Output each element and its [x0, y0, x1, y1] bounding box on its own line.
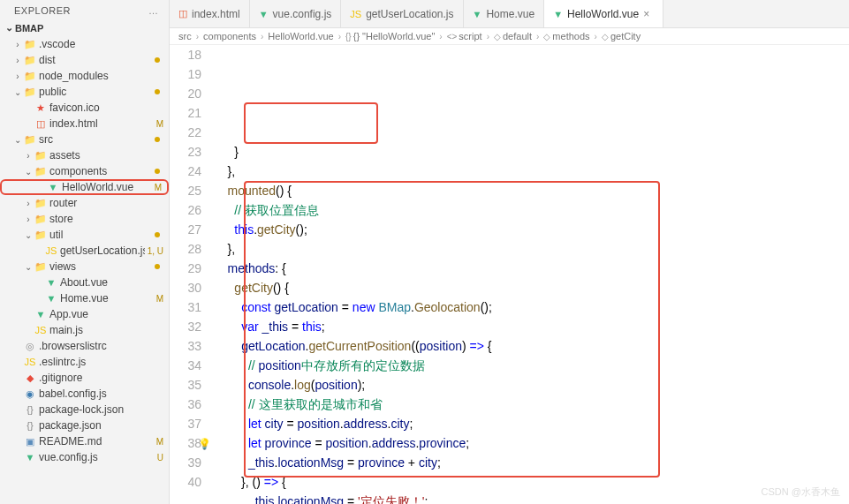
tree-item--browserslistrc[interactable]: ◎.browserslistrc: [0, 338, 169, 354]
breadcrumb[interactable]: src›components›HelloWorld.vue›{}{} "Hell…: [170, 28, 849, 45]
tree-item-store[interactable]: ›📁store: [0, 211, 169, 227]
tree-item-label: dist: [39, 54, 155, 66]
tree-item-public[interactable]: ⌄📁public: [0, 84, 169, 100]
code-line[interactable]: var _this = this;: [214, 317, 849, 336]
code-line[interactable]: methods: {: [214, 259, 849, 278]
breadcrumb-seg[interactable]: ◇methods: [543, 31, 589, 41]
tree-item-label: main.js: [49, 324, 163, 336]
tree-item-label: .vscode: [39, 38, 163, 50]
tree-item-router[interactable]: ›📁router: [0, 195, 169, 211]
tree-item--gitignore[interactable]: ◆.gitignore: [0, 370, 169, 386]
breadcrumb-icon: ◇: [602, 32, 609, 41]
folder-icon: 📁: [34, 229, 48, 241]
chevron-icon: ⌄: [12, 87, 23, 97]
tree-item-assets[interactable]: ›📁assets: [0, 147, 169, 163]
modified-dot: [155, 57, 160, 63]
code-line[interactable]: // 这里获取的是城市和省: [214, 395, 849, 414]
code-line[interactable]: const getLocation = new BMap.Geolocation…: [214, 297, 849, 317]
tree-item-dist[interactable]: ›📁dist: [0, 52, 169, 68]
breadcrumb-seg[interactable]: {}{} "HelloWorld.vue": [345, 31, 435, 41]
code-line[interactable]: // position中存放所有的定位数据: [214, 356, 849, 375]
code-line[interactable]: let city = position.address.city;: [214, 414, 849, 433]
tree-item-src[interactable]: ⌄📁src: [0, 132, 169, 147]
modified-dot: [155, 89, 160, 94]
tab-home-vue[interactable]: ▼Home.vue: [464, 0, 545, 27]
html-icon: ◫: [178, 8, 187, 19]
tree-item-home-vue[interactable]: ▼Home.vueM: [0, 290, 169, 306]
json-icon: {}: [23, 420, 37, 431]
folder-icon: 📁: [34, 214, 48, 225]
tree-item-node-modules[interactable]: ›📁node_modules: [0, 68, 169, 84]
tree-item--vscode[interactable]: ›📁.vscode: [0, 36, 169, 52]
code-line[interactable]: getCity() {: [214, 278, 849, 297]
folder-icon: 📁: [34, 150, 48, 162]
tree-item-vue-config-js[interactable]: ▼vue.config.jsU: [0, 449, 169, 465]
code-line[interactable]: mounted() {: [214, 181, 849, 200]
tree-item-favicon-ico[interactable]: ★favicon.ico: [0, 100, 169, 116]
tree-item-components[interactable]: ⌄📁components: [0, 163, 169, 179]
tree-item-package-lock-json[interactable]: {}package-lock.json: [0, 402, 169, 417]
html-icon: ◫: [34, 118, 48, 130]
tree-item-getuserlocation-js[interactable]: JSgetUserLocation.js1, U: [0, 243, 169, 259]
tree-item-readme-md[interactable]: ▣README.mdM: [0, 433, 169, 449]
tree-item--eslintrc-js[interactable]: JS.eslintrc.js: [0, 354, 169, 370]
git-icon: ◆: [23, 372, 37, 384]
code-line[interactable]: }, () => {: [214, 472, 849, 492]
breadcrumb-seg[interactable]: components: [203, 31, 256, 41]
tree-item-index-html[interactable]: ◫index.htmlM: [0, 116, 169, 132]
breadcrumb-seg[interactable]: <>script: [447, 31, 482, 41]
code-line[interactable]: console.log(position);: [214, 375, 849, 395]
tree-item-label: store: [49, 213, 163, 225]
chevron-icon: ›: [12, 71, 23, 81]
breadcrumb-seg[interactable]: ◇default: [494, 31, 532, 41]
code-line[interactable]: let province = position.address.province…: [214, 433, 849, 453]
tab-getuserlocation-js[interactable]: JSgetUserLocation.js: [341, 0, 463, 27]
tree-item-util[interactable]: ⌄📁util: [0, 227, 169, 243]
tree-item-label: About.vue: [60, 276, 163, 289]
tree-item-views[interactable]: ⌄📁views: [0, 259, 169, 275]
breadcrumb-icon: ◇: [494, 32, 501, 41]
code-line[interactable]: getLocation.getCurrentPosition((position…: [214, 336, 849, 356]
tree-item-label: App.vue: [49, 308, 163, 320]
editor[interactable]: 1819202122232425262728293031323334353637…: [170, 45, 849, 504]
chevron-icon: ›: [23, 151, 34, 161]
breadcrumb-seg[interactable]: HelloWorld.vue: [268, 31, 333, 41]
tree-item-helloworld-vue[interactable]: ▼HelloWorld.vueM: [0, 179, 169, 195]
tree-item-label: index.html: [49, 117, 154, 130]
md-icon: ▣: [23, 436, 37, 448]
lightbulb-icon[interactable]: 💡: [198, 434, 211, 454]
modified-dot: [155, 232, 160, 237]
tree-item-app-vue[interactable]: ▼App.vue: [0, 306, 169, 322]
tab-helloworld-vue[interactable]: ▼HelloWorld.vue×: [544, 0, 663, 27]
code-line[interactable]: },: [214, 162, 849, 181]
tree-item-babel-config-js[interactable]: ◉babel.config.js: [0, 386, 169, 402]
tree-item-label: HelloWorld.vue: [62, 181, 152, 193]
tree-item-main-js[interactable]: JSmain.js: [0, 322, 169, 338]
tree-item-label: .eslintrc.js: [39, 356, 163, 368]
code-line[interactable]: },: [214, 239, 849, 259]
watermark: CSDN @水香木鱼: [762, 485, 840, 499]
breadcrumb-seg[interactable]: ◇getCity: [602, 31, 641, 41]
code-line[interactable]: this.getCity();: [214, 220, 849, 239]
vue-icon: ▼: [259, 9, 269, 19]
code-content[interactable]: 💡 } }, mounted() { // 获取位置信息 this.getCit…: [214, 45, 849, 504]
tab-index-html[interactable]: ◫index.html: [170, 0, 250, 27]
modified-dot: [155, 264, 160, 269]
tab-vue-config-js[interactable]: ▼vue.config.js: [250, 0, 342, 27]
tree-item-package-json[interactable]: {}package.json: [0, 417, 169, 433]
vue-icon: ▼: [553, 9, 563, 19]
json-icon: {}: [23, 404, 37, 415]
close-icon[interactable]: ×: [643, 8, 654, 20]
code-line[interactable]: // 获取位置信息: [214, 200, 849, 220]
tree-item-label: README.md: [39, 435, 154, 448]
breadcrumb-icon: {}: [345, 32, 352, 41]
chevron-icon: ›: [12, 40, 23, 49]
fav-icon: ★: [34, 102, 48, 114]
code-line[interactable]: _this.locationMsg = province + city;: [214, 453, 849, 472]
code-line[interactable]: _this.locationMsg = '定位失败！';: [214, 492, 849, 504]
breadcrumb-seg[interactable]: src: [178, 31, 192, 41]
project-header[interactable]: ⌄ BMAP: [0, 19, 169, 36]
more-icon[interactable]: …: [148, 5, 160, 16]
tree-item-about-vue[interactable]: ▼About.vue: [0, 275, 169, 290]
code-line[interactable]: }: [214, 142, 849, 162]
